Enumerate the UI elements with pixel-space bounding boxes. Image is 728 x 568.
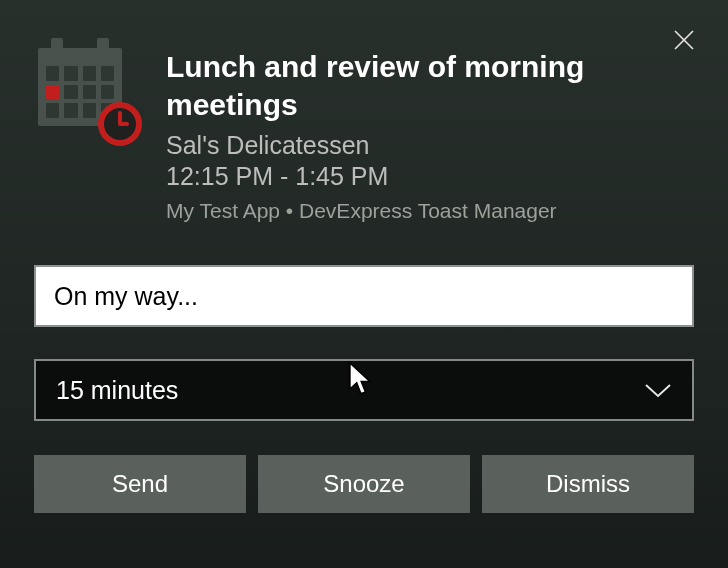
notification-location: Sal's Delicatessen — [166, 131, 654, 160]
calendar-reminder-icon — [38, 48, 134, 138]
snooze-duration-select[interactable]: 15 minutes — [34, 359, 694, 421]
notification-header: Lunch and review of morning meetings Sal… — [34, 34, 694, 223]
close-button[interactable] — [668, 24, 700, 56]
action-buttons: Send Snooze Dismiss — [34, 455, 694, 513]
reply-input[interactable] — [34, 265, 694, 327]
notification-title: Lunch and review of morning meetings — [166, 48, 654, 123]
snooze-selected-value: 15 minutes — [56, 376, 178, 405]
notification-source: My Test App • DevExpress Toast Manager — [166, 199, 654, 223]
notification-time: 12:15 PM - 1:45 PM — [166, 162, 654, 191]
dismiss-button[interactable]: Dismiss — [482, 455, 694, 513]
chevron-down-icon — [644, 376, 672, 405]
clock-icon — [98, 102, 142, 146]
snooze-button[interactable]: Snooze — [258, 455, 470, 513]
notification-text: Lunch and review of morning meetings Sal… — [166, 34, 694, 223]
toast-notification: Lunch and review of morning meetings Sal… — [0, 0, 728, 568]
send-button[interactable]: Send — [34, 455, 246, 513]
close-icon — [673, 29, 695, 51]
